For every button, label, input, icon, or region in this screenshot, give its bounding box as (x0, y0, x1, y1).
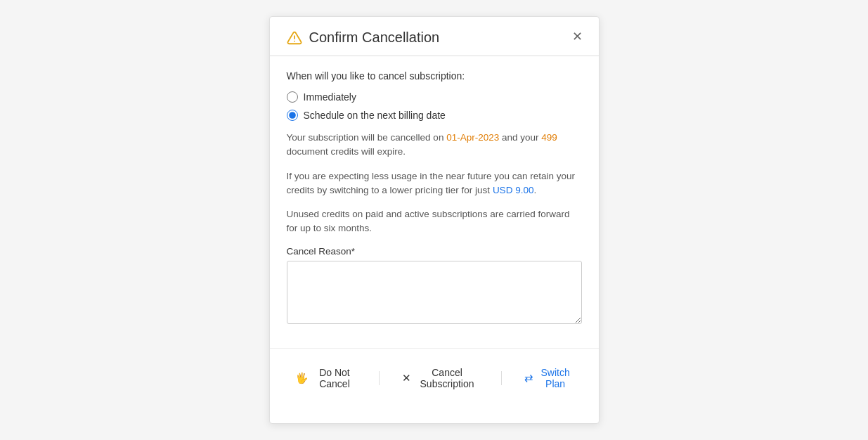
schedule-option[interactable]: Schedule on the next billing date (287, 110, 582, 121)
modal-footer: 🖐 Do Not Cancel ✕ Cancel Subscription ⇄ … (270, 348, 599, 410)
hand-icon: 🖐 (295, 372, 309, 384)
cancel-reason-textarea[interactable] (287, 261, 582, 324)
switch-plan-button[interactable]: ⇄ Switch Plan (516, 361, 582, 395)
close-icon: ✕ (572, 29, 583, 44)
cancel-subscription-label: Cancel Subscription (415, 367, 479, 389)
cancel-subscription-button[interactable]: ✕ Cancel Subscription (394, 361, 487, 395)
credits-count: 499 (541, 132, 557, 143)
switch-icon: ⇄ (524, 372, 533, 384)
do-not-cancel-label: Do Not Cancel (313, 367, 357, 389)
subscription-info-prefix: Your subscription will be cancelled on (287, 132, 447, 143)
schedule-radio[interactable] (287, 110, 298, 121)
immediately-option[interactable]: Immediately (287, 91, 582, 103)
schedule-label: Schedule on the next billing date (304, 110, 446, 121)
do-not-cancel-button[interactable]: 🖐 Do Not Cancel (287, 361, 365, 395)
immediately-radio[interactable] (287, 91, 298, 103)
footer-divider-2 (501, 371, 502, 385)
x-icon: ✕ (402, 372, 411, 384)
close-button[interactable]: ✕ (569, 28, 586, 45)
cancellation-date: 01-Apr-2023 (446, 132, 499, 143)
warning-icon (287, 30, 302, 46)
retain-info-suffix: . (533, 185, 536, 195)
cancel-reason-label: Cancel Reason* (287, 246, 582, 257)
modal-overlay: Confirm Cancellation ✕ When will you lik… (0, 0, 868, 440)
subscription-info-middle: and your (499, 132, 541, 143)
retain-info-text: If you are expecting less usage in the n… (287, 169, 582, 198)
unused-credits-text: Unused credits on paid and active subscr… (287, 207, 582, 236)
modal-header: Confirm Cancellation ✕ (270, 17, 599, 56)
switch-plan-label: Switch Plan (538, 367, 574, 389)
cancel-timing-options: Immediately Schedule on the next billing… (287, 91, 582, 121)
question-text: When will you like to cancel subscriptio… (287, 70, 582, 82)
price-highlight: USD 9.00 (493, 185, 534, 195)
modal-body: When will you like to cancel subscriptio… (270, 56, 599, 341)
immediately-label: Immediately (304, 91, 356, 103)
modal-title: Confirm Cancellation (309, 30, 440, 46)
footer-divider-1 (379, 371, 380, 385)
subscription-info-suffix: document credits will expire. (287, 146, 406, 157)
confirm-cancellation-modal: Confirm Cancellation ✕ When will you lik… (269, 16, 600, 424)
subscription-info-text: Your subscription will be cancelled on 0… (287, 131, 582, 160)
